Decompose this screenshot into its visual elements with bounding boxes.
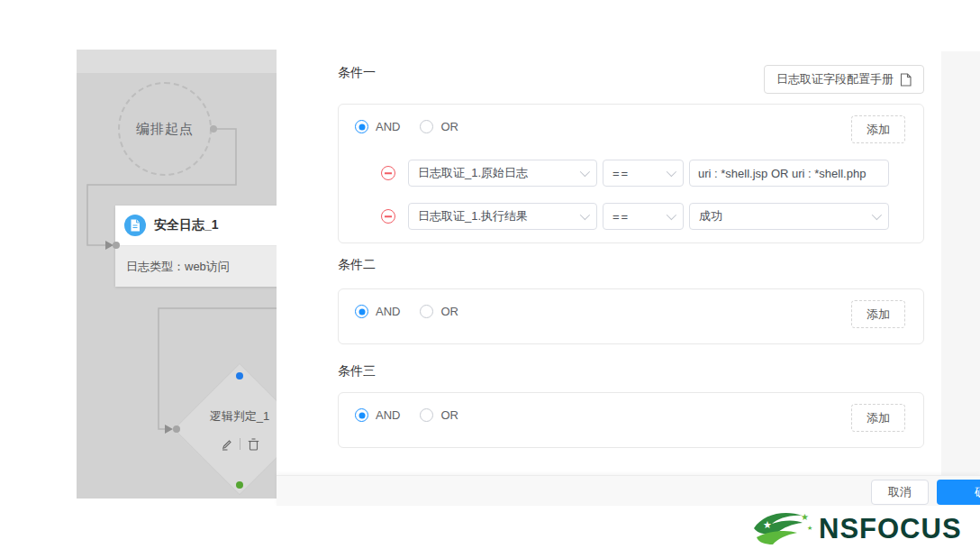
chevron-down-icon xyxy=(667,210,676,220)
and-radio-1[interactable] xyxy=(355,120,368,133)
or-label-1: OR xyxy=(440,120,458,133)
svg-text:★: ★ xyxy=(763,519,772,530)
cancel-button[interactable]: 取消 xyxy=(871,480,929,505)
remove-row-icon-2[interactable] xyxy=(381,209,395,224)
decision-node[interactable] xyxy=(173,362,277,495)
security-log-node-body: 日志类型：web访问 xyxy=(115,246,277,287)
chevron-down-icon xyxy=(580,210,590,220)
decision-input-port[interactable] xyxy=(236,372,243,380)
add-button-label-1: 添加 xyxy=(867,122,890,138)
svg-text:★: ★ xyxy=(801,512,809,522)
add-condition-button-3[interactable]: 添加 xyxy=(851,404,905,432)
or-label-3: OR xyxy=(440,408,458,422)
drawer-footer: 取消 确定 xyxy=(277,475,980,506)
security-log-node-title: 安全日志_1 xyxy=(154,217,219,233)
logic-row-3: AND OR xyxy=(355,408,471,422)
or-radio-3[interactable] xyxy=(420,408,433,422)
manual-doc-icon xyxy=(900,73,912,87)
field-select-1[interactable]: 日志取证_1.原始日志 xyxy=(408,160,597,187)
svg-text:★: ★ xyxy=(807,525,812,531)
add-condition-button-1[interactable]: 添加 xyxy=(851,115,905,143)
and-label-2: AND xyxy=(376,305,400,318)
chevron-down-icon xyxy=(667,167,676,177)
and-radio-2[interactable] xyxy=(355,305,368,318)
section-title-2: 条件二 xyxy=(338,257,376,273)
add-button-label-3: 添加 xyxy=(867,410,890,426)
logic-row-1: AND OR xyxy=(355,120,471,133)
drawer-gutter xyxy=(941,51,980,475)
condition-group-1: AND OR 添加 日志取证_1.原始日志 == 日志取证_1.执行结果 xyxy=(338,104,924,243)
value-input-1[interactable] xyxy=(689,160,889,187)
operator-select-1[interactable]: == xyxy=(603,160,684,187)
chevron-down-icon xyxy=(872,210,882,220)
decision-node-tools xyxy=(193,437,277,451)
document-icon xyxy=(124,215,146,236)
log-forensics-manual-button[interactable]: 日志取证字段配置手册 xyxy=(764,65,924,94)
nsfocus-logo: ★ ★ ★ NSFOCUS xyxy=(750,508,963,551)
manual-button-label: 日志取证字段配置手册 xyxy=(776,71,894,87)
remove-row-icon-1[interactable] xyxy=(381,166,395,180)
cancel-button-label: 取消 xyxy=(888,484,912,500)
decision-output-port[interactable] xyxy=(236,481,243,489)
and-label-3: AND xyxy=(376,408,400,422)
security-log-node[interactable]: 安全日志_1 日志类型：web访问 xyxy=(115,206,277,287)
value-select-2-value: 成功 xyxy=(699,208,867,224)
section-title-1: 条件一 xyxy=(338,65,376,81)
and-label-1: AND xyxy=(376,120,400,133)
confirm-button-label: 确定 xyxy=(975,484,980,500)
start-node-label: 编排起点 xyxy=(136,121,194,138)
or-label-2: OR xyxy=(440,305,458,318)
field-select-2[interactable]: 日志取证_1.执行结果 xyxy=(408,203,597,230)
canvas-top-band xyxy=(77,50,277,73)
and-radio-3[interactable] xyxy=(355,408,368,422)
operator-select-2-value: == xyxy=(612,210,661,224)
field-select-1-value: 日志取证_1.原始日志 xyxy=(418,165,575,181)
delete-icon[interactable] xyxy=(247,437,260,451)
operator-select-2[interactable]: == xyxy=(603,203,684,230)
condition-row-2: 日志取证_1.执行结果 == 成功 xyxy=(339,203,923,230)
condition-row-1: 日志取证_1.原始日志 == xyxy=(339,160,923,187)
condition-group-2: AND OR 添加 xyxy=(338,288,924,344)
condition-group-3: AND OR 添加 xyxy=(338,392,924,448)
logic-row-2: AND OR xyxy=(355,305,471,318)
chevron-down-icon xyxy=(580,167,590,177)
confirm-button[interactable]: 确定 xyxy=(937,480,980,505)
edit-icon[interactable] xyxy=(220,437,233,451)
security-log-node-header: 安全日志_1 xyxy=(115,206,277,246)
tools-divider xyxy=(240,438,240,450)
flow-canvas[interactable]: 编排起点 安全日志_1 日志类型：web访问 逻辑判定_1 xyxy=(77,50,277,499)
field-select-2-value: 日志取证_1.执行结果 xyxy=(418,208,575,224)
nsfocus-logo-text: NSFOCUS xyxy=(819,513,962,545)
nsfocus-bird-icon: ★ ★ ★ xyxy=(750,508,815,550)
section-title-3: 条件三 xyxy=(338,363,376,380)
start-node[interactable]: 编排起点 xyxy=(118,82,212,176)
decision-node-label: 逻辑判定_1 xyxy=(193,408,277,425)
or-radio-1[interactable] xyxy=(420,120,433,133)
condition-config-panel: 条件一 日志取证字段配置手册 AND OR 添加 日志取证_1.原始日志 == xyxy=(322,51,941,475)
value-select-2[interactable]: 成功 xyxy=(689,203,889,230)
log-type-text: 日志类型：web访问 xyxy=(126,259,230,275)
operator-select-1-value: == xyxy=(612,167,661,180)
add-condition-button-2[interactable]: 添加 xyxy=(851,300,905,328)
add-button-label-2: 添加 xyxy=(867,306,890,323)
or-radio-2[interactable] xyxy=(420,305,433,318)
